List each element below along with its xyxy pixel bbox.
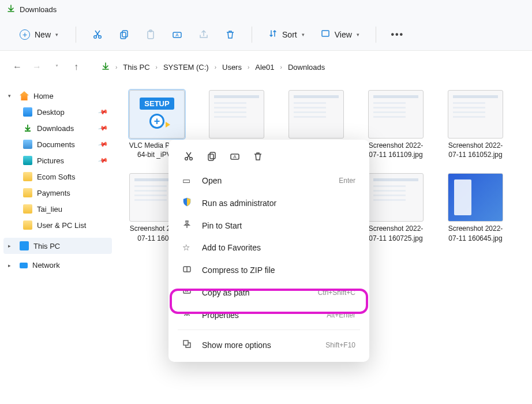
up-button[interactable]: ↑	[70, 62, 82, 72]
menu-item-properties[interactable]: Properties Alt+Enter	[172, 304, 366, 326]
cut-button[interactable]	[182, 150, 195, 163]
menu-shortcut: Ctrl+Shift+C	[318, 289, 355, 297]
sidebar: ▾ Home Desktop 📌 Downloads 📌 Documents 📌…	[0, 83, 115, 404]
sidebar-item-this-pc[interactable]: ▸ This PC	[3, 238, 112, 254]
plus-icon: +	[149, 114, 164, 129]
window-title: Downloads	[20, 5, 57, 14]
file-thumb	[448, 173, 503, 222]
file-item[interactable]: Screenshot 2022-07-11 161052.jpg	[445, 90, 505, 159]
menu-label: Pin to Start	[202, 221, 242, 230]
file-thumb	[368, 90, 424, 139]
menu-shortcut: Alt+Enter	[327, 311, 355, 319]
document-icon	[23, 140, 32, 149]
breadcrumb: › This PC › SYSTEM (C:) › Users › Ale01 …	[102, 62, 325, 72]
breadcrumb-item[interactable]: Downloads	[288, 63, 325, 72]
shield-icon	[182, 197, 193, 208]
menu-item-copy-path[interactable]: Copy as path Ctrl+Shift+C	[172, 281, 366, 304]
delete-button[interactable]	[218, 24, 242, 46]
copy-button[interactable]	[205, 150, 218, 163]
file-item[interactable]: Screenshot 2022-07-11 160645.jpg	[445, 173, 505, 242]
cut-button[interactable]	[85, 24, 110, 46]
chevron-right-icon: ▸	[8, 243, 15, 249]
sidebar-item-desktop[interactable]: Desktop 📌	[3, 104, 112, 120]
view-icon	[321, 29, 330, 40]
desktop-icon	[23, 107, 32, 117]
sort-button[interactable]: Sort ▾	[261, 25, 312, 43]
paste-button[interactable]	[138, 24, 163, 46]
chevron-down-icon: ▾	[357, 32, 359, 38]
file-thumb	[448, 90, 503, 139]
sidebar-item-folder[interactable]: User & PC List	[3, 217, 112, 233]
sidebar-item-folder[interactable]: Tai_lieu	[3, 201, 112, 217]
more-button[interactable]: •••	[385, 24, 410, 46]
title-bar: Downloads	[0, 0, 532, 18]
menu-item-compress[interactable]: Compress to ZIP file	[172, 259, 366, 281]
view-button[interactable]: View ▾	[314, 25, 366, 43]
menu-label: Show more options	[202, 341, 271, 350]
menu-item-open[interactable]: ▭ Open Enter	[172, 170, 366, 192]
file-thumb	[209, 90, 264, 139]
menu-label: Copy as path	[202, 288, 250, 297]
copy-button[interactable]	[112, 24, 136, 46]
menu-item-run-admin[interactable]: Run as administrator	[172, 192, 366, 214]
menu-item-favorites[interactable]: ☆ Add to Favorites	[172, 237, 366, 259]
svg-text:A: A	[233, 154, 237, 159]
back-button[interactable]: ←	[12, 62, 23, 72]
svg-point-17	[186, 313, 188, 315]
forward-button[interactable]: →	[31, 62, 43, 72]
sidebar-label: User & PC List	[37, 221, 86, 230]
breadcrumb-item[interactable]: SYSTEM (C:)	[163, 63, 209, 72]
svg-rect-8	[322, 31, 329, 36]
chevron-right-icon: ›	[115, 64, 117, 70]
pin-icon: 📌	[98, 155, 109, 166]
chevron-down-icon: ▾	[55, 32, 58, 38]
rename-button[interactable]: A	[165, 24, 189, 46]
breadcrumb-item[interactable]: This PC	[123, 63, 149, 72]
svg-rect-2	[121, 32, 126, 39]
menu-label: Open	[202, 176, 222, 185]
sidebar-item-network[interactable]: ▸ Network	[3, 257, 112, 273]
recent-button[interactable]: ˅	[51, 64, 62, 70]
delete-button[interactable]	[252, 150, 264, 163]
share-button[interactable]	[192, 24, 216, 46]
menu-item-pin-start[interactable]: Pin to Start	[172, 214, 366, 237]
new-button[interactable]: + New ▾	[12, 26, 66, 43]
context-menu: A ▭ Open Enter Run as administrator Pin …	[168, 140, 369, 362]
menu-label: Add to Favorites	[202, 243, 261, 252]
menu-label: Compress to ZIP file	[202, 265, 275, 275]
sidebar-label: Downloads	[37, 124, 74, 133]
pc-icon	[20, 241, 29, 250]
svg-rect-3	[122, 31, 128, 37]
sidebar-label: Home	[33, 92, 54, 100]
pin-icon: 📌	[98, 107, 109, 118]
menu-shortcut: Enter	[339, 177, 355, 185]
menu-label: Run as administrator	[202, 199, 276, 208]
sidebar-item-folder[interactable]: Payments	[3, 185, 112, 201]
sidebar-item-folder[interactable]: Ecom Softs	[3, 169, 112, 185]
menu-item-more-options[interactable]: Show more options Shift+F10	[172, 334, 366, 356]
file-item[interactable]: Screenshot 2022-07-11 160725.jpg	[366, 173, 426, 242]
chevron-right-icon: ›	[156, 64, 158, 70]
home-icon	[20, 91, 29, 100]
menu-shortcut: Shift+F10	[325, 341, 355, 349]
separator	[178, 330, 360, 330]
sidebar-item-downloads[interactable]: Downloads 📌	[3, 120, 112, 136]
pin-icon: 📌	[98, 139, 109, 150]
breadcrumb-item[interactable]: Ale01	[255, 63, 274, 72]
sidebar-item-home[interactable]: ▾ Home	[3, 88, 112, 104]
more-icon	[182, 339, 193, 350]
view-label: View	[335, 30, 352, 39]
download-icon	[7, 5, 15, 14]
sidebar-label: Documents	[37, 140, 75, 149]
svg-rect-4	[148, 31, 153, 39]
pin-icon: 📌	[98, 123, 109, 134]
breadcrumb-item[interactable]: Users	[222, 63, 242, 72]
file-item[interactable]: Screenshot 2022-07-11 161109.jpg	[366, 90, 426, 159]
open-icon: ▭	[182, 175, 193, 186]
sidebar-item-pictures[interactable]: Pictures 📌	[3, 152, 112, 169]
chevron-right-icon: ›	[215, 64, 216, 70]
context-quick-actions: A	[172, 145, 366, 170]
rename-button[interactable]: A	[228, 150, 241, 163]
separator	[76, 27, 76, 43]
sidebar-item-documents[interactable]: Documents 📌	[3, 136, 112, 152]
